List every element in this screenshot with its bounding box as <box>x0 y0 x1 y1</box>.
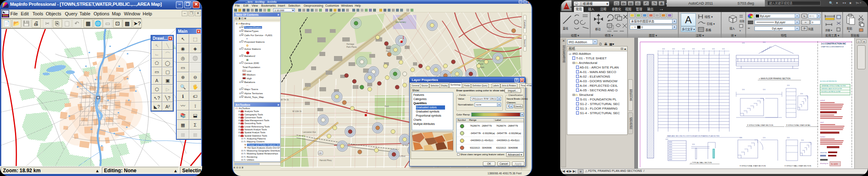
svg-text:⊕ 2010-08 REVISION: ⊕ 2010-08 REVISION <box>820 80 836 82</box>
svg-text:sheet list: sheet list <box>820 152 827 154</box>
svg-text:12-6: 12-6 <box>763 137 766 139</box>
svg-text:12-6: 12-6 <box>692 48 695 50</box>
svg-text:直线: 直线 <box>563 27 569 30</box>
svg-text:▾: ▾ <box>848 30 850 33</box>
svg-text:steel: steel <box>820 121 824 123</box>
svg-text:12-6: 12-6 <box>800 93 803 95</box>
svg-text:12-6: 12-6 <box>702 48 705 50</box>
svg-text:粘贴: 粘贴 <box>847 27 853 30</box>
svg-text:1: 1 <box>402 35 405 40</box>
svg-text:12-6: 12-6 <box>692 144 695 145</box>
svg-text:⑤ STRUCT WALL STAIR SECTION: ⑤ STRUCT WALL STAIR SECTION <box>784 165 811 167</box>
svg-text:线性 ▾: 线性 ▾ <box>705 15 713 19</box>
svg-text:12-6: 12-6 <box>739 137 742 139</box>
svg-text:W 7th St: W 7th St <box>281 98 289 101</box>
svg-text:Lancaster Ave: Lancaster Ave <box>303 131 316 133</box>
svg-text:J+1 CONSTRUCTION INC: J+1 CONSTRUCTION INC <box>821 42 846 45</box>
svg-text:Heritage: Heritage <box>346 43 354 45</box>
svg-text:12-6: 12-6 <box>763 42 766 43</box>
svg-text:DESIGN LOADS: ROOF 40 PSF: DESIGN LOADS: ROOF 40 PSF <box>821 88 842 90</box>
svg-text:▾: ▾ <box>739 29 741 32</box>
svg-text:测量 ▾: 测量 ▾ <box>825 29 832 32</box>
svg-text:表格: 表格 <box>705 28 711 32</box>
svg-text:Park Plaza: Park Plaza <box>346 46 356 48</box>
svg-text:12-6: 12-6 <box>763 89 766 90</box>
svg-text:199: 199 <box>319 152 322 154</box>
svg-text:2: 2 <box>366 109 368 114</box>
svg-text:Harrold Pkwy: Harrold Pkwy <box>319 159 332 161</box>
svg-text:引线 ▾: 引线 ▾ <box>707 22 715 26</box>
svg-text:② STRUCTURAL STAIR SECTION: ② STRUCTURAL STAIR SECTION <box>747 124 773 126</box>
svg-text:插入: 插入 <box>730 27 735 30</box>
svg-text:12-6: 12-6 <box>665 139 668 140</box>
svg-text:FLOOR LL 40 PSF DL 10 PSF: FLOOR LL 40 PSF DL 10 PSF <box>821 91 841 93</box>
svg-text:① MAIN FLOOR FRAMING SECTION: ① MAIN FLOOR FRAMING SECTION <box>759 78 791 80</box>
svg-text:③ STRUCTURAL STAIR DETAIL: ③ STRUCTURAL STAIR DETAIL <box>786 124 811 126</box>
svg-text:12-6: 12-6 <box>787 137 790 139</box>
svg-text:12-6: 12-6 <box>801 139 804 141</box>
svg-text:drawing no: drawing no <box>820 162 828 164</box>
svg-text:12-6: 12-6 <box>712 48 715 50</box>
svg-text:12-6: 12-6 <box>662 48 665 50</box>
svg-text:Park: Park <box>386 50 391 52</box>
svg-text:Nash: Nash <box>398 18 403 20</box>
svg-text:Park: Park <box>385 105 389 108</box>
svg-text:12-6: 12-6 <box>787 85 790 86</box>
svg-text:12-6: 12-6 <box>742 89 745 90</box>
svg-text:SERVICE: SERVICE <box>837 46 844 48</box>
svg-text:lumber: lumber <box>820 136 826 138</box>
svg-text:移动: 移动 <box>595 27 601 31</box>
svg-text:△ TYPICAL WALL SECTION: △ TYPICAL WALL SECTION <box>690 161 712 164</box>
svg-text:创建: 创建 <box>739 20 744 23</box>
svg-text:united: united <box>820 99 825 101</box>
svg-text:④ STRUCTURAL STAIR SECTION: ④ STRUCTURAL STAIR SECTION <box>739 165 766 167</box>
svg-text:W 10th St: W 10th St <box>292 110 302 112</box>
svg-text:12-6: 12-6 <box>722 48 725 50</box>
svg-text:12-6: 12-6 <box>742 42 745 44</box>
svg-text:MAIN AND SECOND FLOOR FOUNDATI: MAIN AND SECOND FLOOR FOUNDATION FRAMING… <box>667 135 720 137</box>
svg-text:Elementary: Elementary <box>396 21 406 23</box>
svg-text:DRAFTING & DESIGN: DRAFTING & DESIGN <box>821 46 837 48</box>
svg-text:12-6: 12-6 <box>682 48 685 50</box>
svg-text:S-103: S-103 <box>831 163 838 165</box>
svg-text:GENERAL STRUCTURAL NOTES: GENERAL STRUCTURAL NOTES <box>821 85 846 87</box>
svg-text:12-6: 12-6 <box>672 48 675 50</box>
